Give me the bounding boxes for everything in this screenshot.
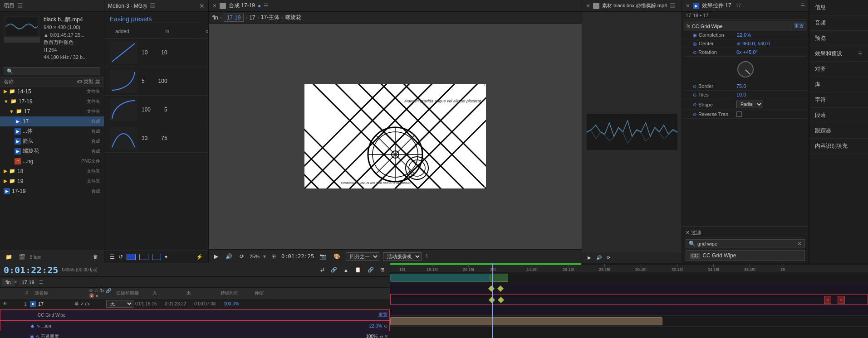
- easing-tool-2[interactable]: ↺: [118, 254, 123, 260]
- effects-close-btn[interactable]: ✕: [686, 3, 690, 9]
- cc-grid-wipe-header[interactable]: fx CC Grid Wipe 重置: [684, 21, 807, 31]
- center-value[interactable]: 960.0, 540.0: [742, 41, 770, 46]
- reverse-checkbox[interactable]: [736, 111, 742, 117]
- handle-br[interactable]: [484, 187, 486, 188]
- handle-tr[interactable]: [484, 84, 486, 86]
- project-item-17-19[interactable]: ▼ 📁 17-19 文件夹: [0, 97, 104, 106]
- shape-select[interactable]: Radial Linear: [736, 101, 763, 108]
- comp-panel-menu[interactable]: ☰: [264, 3, 268, 9]
- camera-select[interactable]: 活动摄像机: [383, 252, 422, 261]
- camera-icon[interactable]: 📷: [318, 252, 328, 261]
- row1-eye[interactable]: 👁: [2, 301, 8, 306]
- fin-tab[interactable]: fin: [2, 279, 15, 286]
- easing-tool-1[interactable]: ☰: [110, 254, 115, 260]
- project-item-arrow[interactable]: ▶ 箭头 合成: [0, 136, 104, 146]
- filter-clear-icon[interactable]: ✕: [797, 241, 802, 247]
- info-item-character[interactable]: 字符: [809, 92, 868, 108]
- rotation-dial[interactable]: [737, 61, 754, 77]
- timeline-tool-4[interactable]: 📋: [353, 266, 363, 274]
- project-item-18[interactable]: ▶ 📁 18 文件夹: [0, 166, 104, 176]
- info-item-tracker[interactable]: 跟踪器: [809, 123, 868, 139]
- playhead[interactable]: [492, 272, 493, 338]
- rotation-value[interactable]: 0x +45.0°: [736, 49, 758, 55]
- effects-menu-icon[interactable]: ☰: [800, 3, 805, 9]
- project-item-png[interactable]: P ...ng PNG文件: [0, 156, 104, 166]
- breadcrumb-fin[interactable]: fin: [212, 14, 218, 21]
- source-menu-icon[interactable]: ☰: [670, 2, 676, 10]
- comp-close-btn[interactable]: ✕: [212, 3, 217, 9]
- zoom-display[interactable]: 25%: [250, 254, 260, 259]
- handle-tl[interactable]: [304, 84, 306, 86]
- easing-tool-box3[interactable]: [152, 254, 161, 260]
- keyframe-sub1-1[interactable]: [489, 297, 495, 303]
- timeline-tool-6[interactable]: ⊞: [378, 266, 386, 274]
- new-comp-btn[interactable]: 🎬: [17, 253, 27, 261]
- easing-tool-lightning[interactable]: ⚡: [196, 254, 203, 260]
- easing-item-4[interactable]: 33 75: [104, 124, 208, 153]
- completion-value[interactable]: 22.0%: [737, 32, 751, 38]
- audio-btn[interactable]: 🔊: [224, 252, 234, 261]
- effect-reset-btn[interactable]: 重置: [378, 312, 387, 318]
- project-item-body[interactable]: ▶ ...体 合成: [0, 126, 104, 136]
- playhead-ruler[interactable]: [492, 263, 493, 272]
- project-item-spiral[interactable]: ▶ 螺旋花 合成: [0, 146, 104, 156]
- info-item-info[interactable]: 信息: [809, 0, 868, 15]
- easing-tool-arrow[interactable]: ▾: [165, 254, 167, 260]
- easing-tool-box1[interactable]: [127, 254, 136, 260]
- project-item-19[interactable]: ▶ 📁 19 文件夹: [0, 176, 104, 186]
- breadcrumb-17-19[interactable]: 17-19: [224, 14, 244, 22]
- timeline-tool-3[interactable]: ▲: [342, 266, 350, 274]
- easing-item-2[interactable]: 5 100: [104, 67, 208, 96]
- timeline-tab-close[interactable]: ✕: [14, 280, 17, 285]
- breadcrumb-spiral[interactable]: 螺旋花: [285, 14, 301, 21]
- tiles-value[interactable]: 10.0: [736, 92, 746, 97]
- project-item-17-19-comp[interactable]: ▶ 17-19 合成: [0, 186, 104, 196]
- source-loop-btn[interactable]: ⟳: [605, 254, 612, 261]
- timecode-display[interactable]: 0:01:22:25: [281, 253, 314, 260]
- source-audio-btn[interactable]: 🔊: [594, 254, 603, 261]
- timeline-tool-2[interactable]: 🔗: [329, 266, 339, 274]
- effects-presets-menu[interactable]: ☰: [858, 51, 863, 57]
- filter-result-1[interactable]: CC CC Grid Wipe: [686, 250, 805, 261]
- motion-close-btn[interactable]: ✕: [199, 2, 205, 10]
- timeline-tool-5[interactable]: 🔗: [366, 266, 376, 274]
- comp-tab-menu[interactable]: ☰: [39, 280, 43, 285]
- project-menu-icon[interactable]: ☰: [17, 2, 23, 10]
- resolution-select[interactable]: 四分之一 二分之一 完整: [346, 252, 379, 261]
- clip-1-main[interactable]: [390, 274, 490, 282]
- loop-btn[interactable]: ⟳: [238, 252, 246, 261]
- breadcrumb-17-num[interactable]: 17: [249, 14, 255, 21]
- play-btn[interactable]: ▶: [212, 252, 220, 261]
- project-search-input[interactable]: [4, 67, 100, 75]
- cc-grid-wipe-reset[interactable]: 重置: [794, 23, 804, 29]
- sub2-value[interactable]: 100%: [366, 334, 378, 338]
- handle-bl[interactable]: [304, 187, 306, 188]
- keyframe-sub1-2[interactable]: [498, 297, 504, 303]
- motion-menu-icon[interactable]: ☰: [150, 2, 156, 10]
- border-value[interactable]: 75.0: [736, 83, 746, 89]
- row1-parent[interactable]: 无: [106, 300, 133, 308]
- sub1-reset-icon[interactable]: ⊙: [384, 324, 387, 328]
- project-item-14-15[interactable]: ▶ 📁 14-15 文件夹: [0, 87, 104, 97]
- row1-name[interactable]: 17: [38, 301, 74, 307]
- grid-btn[interactable]: ⊞: [270, 252, 278, 261]
- sub1-value[interactable]: 22.0%: [369, 324, 382, 328]
- source-play-btn[interactable]: ▶: [586, 254, 593, 261]
- info-item-effects-presets[interactable]: 效果和预设 ☰: [809, 46, 868, 62]
- easing-item-1[interactable]: 10 10: [104, 39, 208, 67]
- filter-search-input[interactable]: [697, 241, 795, 246]
- project-item-17-folder[interactable]: ▼ 📁 17 文件夹: [0, 106, 104, 116]
- info-item-align[interactable]: 对齐: [809, 62, 868, 77]
- info-item-content-fill[interactable]: 内容识别填充: [809, 139, 868, 154]
- easing-tool-box2[interactable]: [139, 254, 148, 260]
- source-close-btn[interactable]: ✕: [586, 3, 590, 9]
- easing-item-3[interactable]: 100 5: [104, 96, 208, 124]
- trash-btn[interactable]: 🗑: [91, 253, 100, 261]
- comp-tab-title[interactable]: 合成 17-19: [229, 2, 255, 10]
- color-btn[interactable]: 🎨: [332, 252, 342, 261]
- comp-tab-17-19[interactable]: 17-19: [18, 279, 38, 286]
- project-item-17-comp[interactable]: ▶ 17 合成: [0, 116, 104, 126]
- zoom-dropdown[interactable]: ▾: [263, 253, 266, 260]
- info-item-paragraph[interactable]: 段落: [809, 108, 868, 123]
- info-item-audio[interactable]: 音频: [809, 15, 868, 31]
